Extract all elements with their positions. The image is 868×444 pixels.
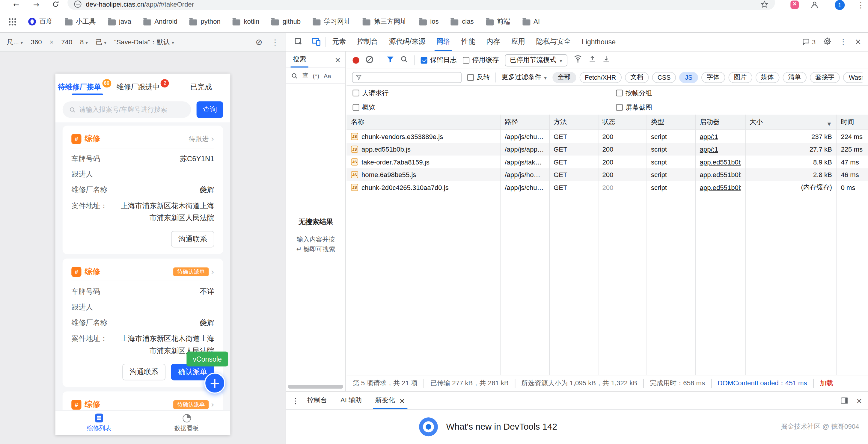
throttling-select[interactable]: 已停用节流模式 [505, 54, 567, 66]
browser-menu-icon[interactable] [857, 1, 865, 9]
order-card[interactable]: 综修 待确认派单 车牌号码不详 跟进人 维修厂名称夔辉 案件地址：上海市浦东新区… [63, 258, 223, 387]
tab-lighthouse[interactable]: Lighthouse [577, 33, 620, 51]
dock-side-icon[interactable] [841, 398, 848, 404]
device-throttle-select[interactable]: 已 [96, 37, 106, 47]
close-drawer-icon[interactable] [856, 397, 863, 405]
bookmark-item[interactable]: 百度 [28, 17, 53, 26]
chip-wasm[interactable]: Wasm [843, 72, 862, 83]
device-height-input[interactable]: 740 [61, 38, 72, 46]
contact-button[interactable]: 沟通联系 [171, 231, 214, 248]
profile-icon[interactable] [810, 1, 819, 10]
settings-icon[interactable] [823, 37, 832, 47]
devtools-menu-icon[interactable] [839, 38, 847, 46]
record-icon[interactable] [352, 57, 359, 63]
chip-socket[interactable]: 套接字 [810, 72, 840, 83]
nav-dashboard[interactable]: 数据看板 [143, 411, 230, 435]
clear-icon[interactable] [365, 55, 374, 65]
filter-text-input[interactable] [364, 74, 458, 81]
column-header-path[interactable]: 路径 [500, 115, 549, 130]
close-search-icon[interactable] [335, 56, 341, 64]
chip-manifest[interactable]: 清单 [782, 72, 806, 83]
tab-completed[interactable]: 已完成 [172, 77, 230, 97]
export-har-icon[interactable] [588, 56, 596, 65]
chip-fetch-xhr[interactable]: Fetch/XHR [579, 72, 622, 83]
network-search-icon[interactable] [400, 56, 408, 65]
device-dimensions-select[interactable]: 尺... [7, 37, 23, 47]
bookmark-folder[interactable]: cias [451, 18, 473, 26]
close-devtools-icon[interactable] [855, 38, 861, 46]
forward-button[interactable] [33, 1, 39, 8]
save-data-select[interactable]: “Save-Data”：默认 [114, 37, 174, 47]
tab-sources[interactable]: 源代码/来源 [384, 33, 430, 51]
bookmark-folder[interactable]: kotlin [232, 18, 259, 26]
address-bar[interactable]: dev-haolipei.cias.cn/app/#/takeOrder [67, 0, 775, 10]
bookmark-folder[interactable]: Android [143, 18, 177, 26]
network-request-row[interactable]: home.6a98be55.js /app/js/ho… GET 200 scr… [346, 168, 868, 181]
more-filters-button[interactable]: 更多过滤条件 [501, 72, 547, 82]
order-card[interactable]: 综修 待确认派单 [63, 391, 223, 410]
horizontal-scrollbar[interactable] [288, 385, 343, 388]
tab-elements[interactable]: 元素 [327, 33, 351, 51]
avatar[interactable]: 1 [835, 0, 845, 10]
drawer-menu-icon[interactable] [291, 397, 300, 405]
tab-in-progress[interactable]: 维修厂跟进中2 [114, 77, 172, 97]
console-messages-indicator[interactable]: 3 [802, 38, 815, 45]
group-by-frame-checkbox[interactable]: 按帧分组 [616, 88, 652, 98]
drawer-tab-whats-new[interactable]: 新变化 [370, 392, 411, 409]
tab-privacy-security[interactable]: 隐私与安全 [531, 33, 576, 51]
tab-network[interactable]: 网络 [432, 33, 455, 51]
match-case-toggle[interactable]: Aa [324, 72, 331, 79]
filter-icon[interactable] [386, 56, 394, 65]
contact-button[interactable]: 沟通联系 [122, 364, 165, 380]
initiator-link[interactable]: app.ed551b0b… [700, 171, 741, 179]
bookmark-folder[interactable]: 学习网址 [313, 17, 351, 26]
chip-doc[interactable]: 文档 [625, 72, 649, 83]
regex-toggle[interactable]: (*) [313, 72, 319, 79]
vconsole-button[interactable]: vConsole [186, 351, 228, 367]
import-har-icon[interactable] [602, 56, 610, 65]
search-button[interactable]: 查询 [197, 101, 223, 118]
disable-cache-checkbox[interactable]: 停用缓存 [463, 56, 499, 65]
network-request-row[interactable]: chunk-vendors.e353889e.js /app/js/chu… G… [346, 130, 868, 143]
initiator-link[interactable]: app.ed551b0b… [700, 184, 741, 191]
column-header-status[interactable]: 状态 [598, 115, 647, 130]
chip-font[interactable]: 字体 [701, 72, 725, 83]
network-request-row[interactable]: take-order.7aba8159.js /app/js/tak… GET … [346, 156, 868, 168]
add-button[interactable] [205, 373, 225, 394]
initiator-link[interactable]: app.ed551b0b… [700, 158, 741, 166]
chip-css[interactable]: CSS [652, 72, 676, 83]
network-request-row[interactable]: chunk-2d0c4265.310aa7d0.js /app/js/chu… … [346, 181, 868, 194]
bookmark-folder[interactable]: java [108, 18, 131, 26]
invert-checkbox[interactable]: 反转 [467, 72, 490, 82]
reload-button[interactable] [52, 1, 59, 9]
overview-checkbox[interactable]: 概览 [352, 103, 375, 112]
network-request-row[interactable]: app.ed551b0b.js /app/js/app… GET 200 scr… [346, 143, 868, 156]
bookmark-folder[interactable]: AI [522, 18, 540, 26]
bookmark-folder[interactable]: 第三方网址 [363, 17, 407, 26]
column-header-method[interactable]: 方法 [549, 115, 598, 130]
bookmark-folder[interactable]: python [189, 18, 220, 26]
tab-memory[interactable]: 内存 [482, 33, 505, 51]
screenshots-checkbox[interactable]: 屏幕截图 [616, 103, 652, 112]
search-input[interactable] [79, 106, 184, 114]
order-card[interactable]: 综修 待跟进 车牌号码苏C6Y1N1 跟进人 维修厂名称夔辉 案件地址：上海市浦… [63, 126, 223, 254]
drawer-tab-ai[interactable]: AI 辅助 [335, 392, 367, 409]
column-header-initiator[interactable]: 启动器 [695, 115, 745, 130]
initiator-link[interactable]: app/:1 [700, 145, 718, 153]
bookmark-star-icon[interactable] [761, 0, 769, 8]
filter-input[interactable] [352, 72, 462, 83]
site-info-icon[interactable] [74, 1, 81, 8]
big-request-rows-checkbox[interactable]: 大请求行 [352, 88, 389, 98]
bookmark-folder[interactable]: 前端 [486, 17, 510, 26]
column-header-name[interactable]: 名称 [346, 115, 500, 130]
chip-img[interactable]: 图片 [728, 72, 752, 83]
apps-grid-icon[interactable] [9, 18, 16, 25]
tab-performance[interactable]: 性能 [457, 33, 480, 51]
extension-icon[interactable] [790, 1, 799, 9]
tab-console[interactable]: 控制台 [352, 33, 383, 51]
inspect-icon[interactable] [291, 38, 307, 46]
preserve-log-checkbox[interactable]: 保留日志 [421, 56, 457, 65]
bookmark-folder[interactable]: github [272, 18, 301, 26]
back-button[interactable] [13, 1, 19, 8]
column-header-type[interactable]: 类型 [647, 115, 695, 130]
